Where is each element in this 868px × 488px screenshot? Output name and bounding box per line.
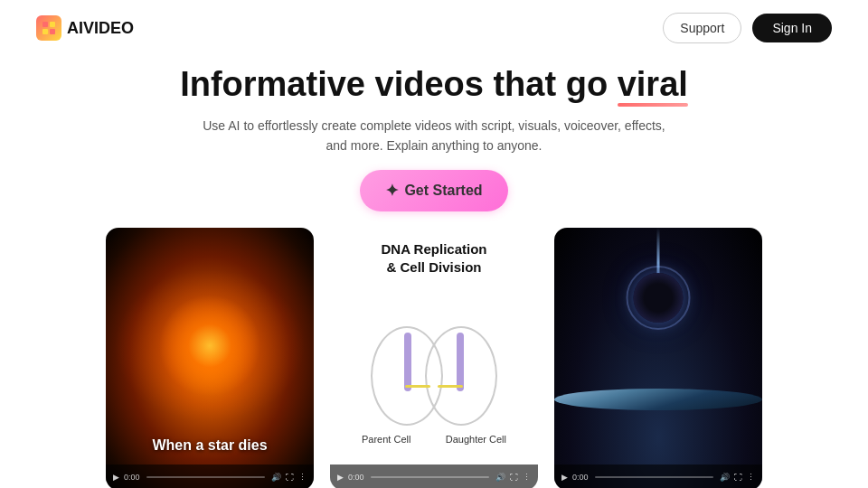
menu-icon-bh: ⋮ <box>747 473 755 482</box>
hero-title-highlight: viral <box>618 65 688 103</box>
dna-connector-left <box>405 385 430 388</box>
svg-rect-3 <box>50 29 55 34</box>
progress-bar <box>146 476 265 478</box>
blackhole-center <box>634 273 684 323</box>
logo-icon <box>36 15 61 41</box>
play-icon-dna: ▶ <box>337 473 344 482</box>
star-controls: ▶ 0:00 🔊 ⛶ ⋮ <box>106 465 314 488</box>
dna-bar-right <box>457 333 464 391</box>
play-icon: ▶ <box>113 473 119 482</box>
dna-controls: ▶ 0:00 🔊 ⛶ ⋮ <box>330 465 538 488</box>
nav-actions: Support Sign In <box>663 13 832 43</box>
hero-subtitle-line2: and more. Explain anything to anyone. <box>326 138 542 153</box>
star-label: When a star dies <box>106 437 314 454</box>
hero-subtitle-line1: Use AI to effortlessly create complete v… <box>203 118 665 133</box>
dna-connector-right <box>438 385 463 388</box>
hero-subtitle: Use AI to effortlessly create complete v… <box>18 116 850 156</box>
video-section: When a star dies ▶ 0:00 🔊 ⛶ ⋮ DNA Replic… <box>0 228 868 488</box>
bh-progress-bar <box>595 476 713 478</box>
cta-label: Get Started <box>404 183 482 199</box>
hero-title-text1: Informative videos that go <box>180 65 618 103</box>
star-time: 0:00 <box>124 473 140 482</box>
dna-progress-bar <box>371 476 489 478</box>
support-button[interactable]: Support <box>663 13 741 43</box>
fullscreen-icon-dna: ⛶ <box>510 473 518 482</box>
navbar: AIVIDEO Support Sign In <box>0 0 868 56</box>
dna-circles <box>362 322 506 430</box>
svg-rect-1 <box>50 22 55 27</box>
dna-label-parent: Parent Cell <box>362 434 410 445</box>
blackhole-controls: ▶ 0:00 🔊 ⛶ ⋮ <box>554 465 762 488</box>
menu-icon-dna: ⋮ <box>523 473 531 482</box>
signin-button[interactable]: Sign In <box>752 14 832 42</box>
logo-text: AIVIDEO <box>67 19 134 38</box>
video-card-dna[interactable]: DNA Replication & Cell Division Parent C… <box>330 228 538 488</box>
play-icon-bh: ▶ <box>561 473 568 482</box>
dna-diagram: Parent Cell Daughter Cell <box>330 283 538 488</box>
menu-icon: ⋮ <box>298 473 307 482</box>
dna-time: 0:00 <box>348 473 364 482</box>
volume-icon: 🔊 <box>271 473 281 482</box>
video-row-1: When a star dies ▶ 0:00 🔊 ⛶ ⋮ DNA Replic… <box>54 228 814 488</box>
sparkle-icon: ✦ <box>385 181 399 201</box>
svg-rect-0 <box>42 22 48 27</box>
svg-rect-2 <box>42 29 48 34</box>
video-card-blackhole[interactable]: ▶ 0:00 🔊 ⛶ ⋮ <box>554 228 762 488</box>
hero-section: Informative videos that go viral Use AI … <box>0 56 868 228</box>
dna-labels: Parent Cell Daughter Cell <box>362 434 506 445</box>
dna-label-daughter: Daughter Cell <box>446 434 506 445</box>
dna-bar-left <box>404 333 411 391</box>
dna-title: DNA Replication & Cell Division <box>330 228 538 283</box>
volume-icon-dna: 🔊 <box>495 473 505 482</box>
fullscreen-icon-bh: ⛶ <box>734 473 742 482</box>
get-started-button[interactable]: ✦ Get Started <box>360 170 507 211</box>
dna-title-line1: DNA Replication <box>382 241 487 257</box>
dna-title-line2: & Cell Division <box>386 259 481 275</box>
volume-icon-bh: 🔊 <box>720 473 730 482</box>
hero-title: Informative videos that go viral <box>180 65 688 105</box>
bh-time: 0:00 <box>572 473 589 482</box>
video-card-star[interactable]: When a star dies ▶ 0:00 🔊 ⛶ ⋮ <box>106 228 314 488</box>
logo[interactable]: AIVIDEO <box>36 15 134 41</box>
fullscreen-icon: ⛶ <box>286 473 294 482</box>
